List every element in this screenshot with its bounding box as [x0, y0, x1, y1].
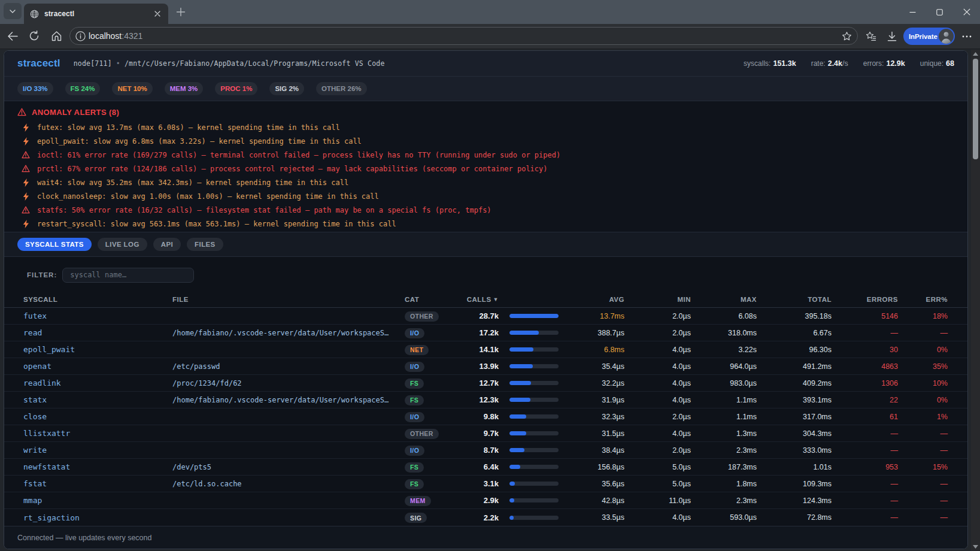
cell-file: /etc/ld.so.cache	[172, 480, 405, 488]
address-bar[interactable]: localhost:4321	[69, 27, 858, 45]
cell-syscall: read	[23, 328, 172, 337]
category-pill: I/O 33%	[17, 82, 53, 95]
star-icon	[842, 31, 852, 41]
cell-max: 964.0µs	[691, 362, 757, 371]
tab-search-button[interactable]	[4, 3, 22, 19]
table-row[interactable]: rt_sigaction SIG 2.2k 33.5µs 4.0µs 593.0…	[4, 509, 967, 526]
table-row[interactable]: newfstatat /dev/pts5 FS 6.4k 156.8µs 5.0…	[4, 459, 967, 476]
info-icon	[75, 31, 86, 41]
table-row[interactable]: readlink /proc/1234/fd/62 FS 12.7k 32.2µ…	[4, 375, 967, 392]
favorite-star-button[interactable]	[840, 29, 853, 43]
favorites-button[interactable]	[863, 29, 879, 44]
alert-text: ioctl: 61% error rate (169/279 calls) — …	[37, 151, 560, 159]
cell-bar	[499, 448, 559, 452]
table-header: SYSCALL FILE CAT CALLS▼ AVG MIN MAX TOTA…	[4, 292, 967, 308]
scrollbar-thumb[interactable]	[973, 59, 978, 159]
cell-total: 395.18s	[757, 312, 832, 320]
download-icon	[887, 31, 897, 42]
cell-errors: 4863	[832, 362, 898, 371]
table-row[interactable]: fstat /etc/ld.so.cache FS 3.1k 35.6µs 5.…	[4, 476, 967, 492]
cell-category: FS	[405, 478, 462, 489]
table-row[interactable]: write I/O 8.7k 38.4µs 2.0µs 2.3ms 333.0m…	[4, 442, 967, 459]
plus-icon	[176, 7, 186, 17]
alert-text: epoll_pwait: slow avg 6.8ms (max 3.22s) …	[37, 137, 362, 146]
category-badge: I/O	[405, 412, 424, 422]
new-tab-button[interactable]	[174, 5, 187, 19]
anomaly-alert-item: statfs: 50% error rate (16/32 calls) — f…	[17, 203, 954, 217]
maximize-icon	[936, 9, 943, 16]
inprivate-badge[interactable]: InPrivate	[903, 28, 955, 45]
view-tab[interactable]: FILES	[187, 238, 223, 251]
cell-total: 393.1ms	[757, 396, 832, 404]
url-text: localhost:4321	[89, 31, 142, 41]
table-row[interactable]: futex OTHER 28.7k 13.7ms 2.0µs 6.08s 395…	[4, 308, 967, 325]
cell-calls: 13.9k	[462, 362, 499, 371]
filter-label: FILTER:	[27, 271, 57, 278]
column-header[interactable]: ERR%	[898, 296, 948, 303]
scroll-up-arrow[interactable]	[971, 50, 980, 58]
window-maximize-button[interactable]	[926, 0, 953, 24]
page-scrollbar[interactable]	[971, 50, 980, 551]
column-header[interactable]: ERRORS	[832, 296, 898, 303]
category-pill: NET 10%	[112, 82, 152, 95]
cell-syscall: mmap	[23, 496, 172, 505]
cell-bar	[499, 398, 559, 402]
home-button[interactable]	[46, 26, 66, 46]
cell-total: 109.3ms	[757, 480, 832, 488]
cell-syscall: epoll_pwait	[23, 345, 172, 354]
column-header[interactable]: MIN	[624, 296, 691, 303]
cell-avg: 156.8µs	[559, 463, 624, 471]
column-header[interactable]: TOTAL	[757, 296, 832, 303]
calls-bar-fill	[509, 498, 514, 502]
anomaly-alerts-list: futex: slow avg 13.7ms (max 6.08s) — ker…	[17, 120, 954, 231]
view-tab[interactable]: LIVE LOG	[98, 238, 147, 251]
table-row[interactable]: read /home/fabiano/.vscode-server/data/U…	[4, 325, 967, 341]
table-row[interactable]: mmap MEM 2.9k 42.8µs 11.0µs 2.3ms 124.3m…	[4, 492, 967, 509]
cell-avg: 35.4µs	[559, 362, 624, 371]
table-row[interactable]: close I/O 9.8k 32.3µs 2.0µs 1.1ms 317.0m…	[4, 408, 967, 425]
table-row[interactable]: llistxattr OTHER 9.7k 31.5µs 4.0µs 1.3ms…	[4, 425, 967, 442]
calls-bar-fill	[509, 314, 559, 318]
column-header[interactable]: CAT	[405, 296, 462, 303]
cell-errors: —	[832, 496, 898, 505]
view-tab[interactable]: API	[153, 238, 181, 251]
column-header[interactable]: SYSCALL	[23, 296, 172, 303]
table-row[interactable]: epoll_pwait NET 14.1k 6.8ms 4.0µs 3.22s …	[4, 341, 967, 358]
window-minimize-button[interactable]	[899, 0, 926, 24]
cell-errpct: —	[898, 329, 948, 337]
triangle-down-icon	[973, 545, 978, 549]
cell-bar	[499, 465, 559, 469]
refresh-button[interactable]	[24, 26, 44, 46]
browser-tab[interactable]: stracectl	[24, 4, 168, 24]
view-tab[interactable]: SYSCALL STATS	[17, 238, 92, 251]
cell-bar	[499, 482, 559, 486]
column-header[interactable]: MAX	[691, 296, 757, 303]
cell-bar	[499, 364, 559, 368]
column-header[interactable]: AVG	[559, 296, 624, 303]
calls-bar-fill	[509, 465, 520, 469]
page-background: stracectl node[711]•/mnt/c/Users/Fabiano…	[0, 50, 971, 551]
cell-errpct: 1%	[898, 413, 948, 421]
cell-calls: 28.7k	[462, 311, 499, 320]
browser-menu-button[interactable]	[959, 29, 975, 44]
category-pill: FS 24%	[65, 82, 101, 95]
cell-file: /etc/passwd	[172, 362, 405, 371]
back-button[interactable]	[2, 26, 23, 46]
downloads-button[interactable]	[884, 29, 900, 44]
cell-min: 5.0µs	[624, 463, 691, 471]
filter-input[interactable]	[62, 268, 194, 283]
table-row[interactable]: openat /etc/passwd I/O 13.9k 35.4µs 4.0µ…	[4, 358, 967, 375]
ellipsis-icon	[961, 31, 972, 42]
cell-errpct: 35%	[898, 362, 948, 371]
scroll-down-arrow[interactable]	[971, 543, 980, 551]
calls-bar-fill	[509, 398, 530, 402]
column-header[interactable]: CALLS▼	[462, 296, 499, 303]
column-header[interactable]: FILE	[172, 296, 405, 303]
site-info-button[interactable]	[74, 29, 87, 43]
table-row[interactable]: statx /home/fabiano/.vscode-server/data/…	[4, 392, 967, 408]
cell-avg: 31.9µs	[559, 396, 624, 404]
tab-close-button[interactable]	[152, 8, 163, 19]
calls-bar-track	[509, 482, 559, 486]
category-badge: OTHER	[405, 311, 439, 322]
window-close-button[interactable]	[953, 0, 980, 24]
